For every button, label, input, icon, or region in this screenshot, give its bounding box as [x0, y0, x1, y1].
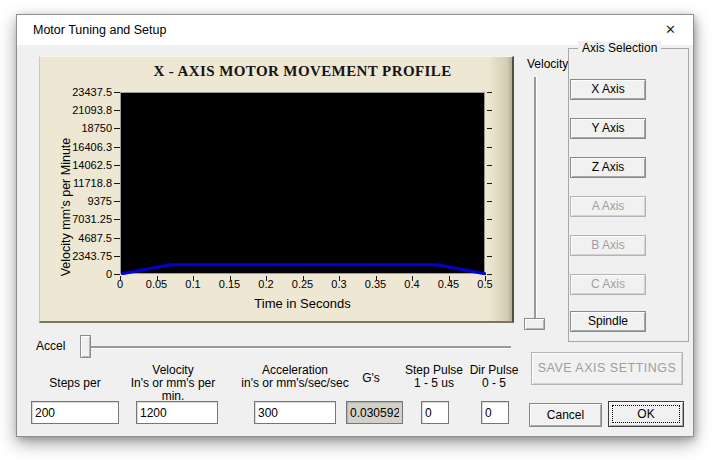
velocity-slider-track[interactable]: [534, 77, 536, 324]
y-tick-mark-right: [487, 92, 492, 93]
gs-readout: [346, 401, 403, 424]
x-tick-mark: [412, 276, 413, 281]
y-tick-mark-right: [487, 165, 492, 166]
y-tick-mark-right: [487, 256, 492, 257]
y-tick-mark-right: [487, 183, 492, 184]
y-tick-label: 21093.8: [40, 104, 112, 116]
motor-tuning-dialog: Motor Tuning and Setup ✕ X - AXIS MOTOR …: [16, 14, 694, 437]
y-tick-label: 16406.3: [40, 141, 112, 153]
spindle-button[interactable]: Spindle: [570, 311, 646, 332]
y-tick-mark: [114, 128, 120, 129]
save-axis-settings-button[interactable]: SAVE AXIS SETTINGS: [531, 352, 683, 385]
ok-button[interactable]: OK: [608, 401, 684, 427]
y-tick-mark: [114, 165, 120, 166]
steps-per-input[interactable]: [31, 401, 119, 424]
accel-slider-label: Accel: [36, 339, 65, 353]
y-tick-label: 9375: [40, 195, 112, 207]
chart-panel: X - AXIS MOTOR MOVEMENT PROFILE Velocity…: [39, 56, 514, 323]
acceleration-label: Accelerationin's or mm's/sec/sec: [235, 364, 355, 390]
x-tick-mark: [157, 276, 158, 281]
x-tick-mark: [339, 276, 340, 281]
plot-area: [120, 92, 485, 274]
x-tick-mark: [485, 276, 486, 281]
accel-slider-thumb[interactable]: [80, 335, 91, 358]
y-tick-label: 7031.25: [40, 213, 112, 225]
y-tick-mark: [114, 274, 120, 275]
y-tick-mark-right: [487, 219, 492, 220]
y-tick-mark-right: [487, 128, 492, 129]
y-tick-mark-right: [487, 147, 492, 148]
y-tick-mark: [114, 256, 120, 257]
y-tick-mark: [114, 219, 120, 220]
y-tick-label: 11718.8: [40, 177, 112, 189]
velocity-slider-label: Velocity: [527, 57, 568, 71]
velocity-slider-thumb[interactable]: [524, 318, 545, 330]
x-tick-mark: [193, 276, 194, 281]
dir-pulse-input[interactable]: [481, 401, 509, 424]
y-tick-label: 2343.75: [40, 250, 112, 262]
y-tick-mark-right: [487, 110, 492, 111]
chart-title: X - AXIS MOTOR MOVEMENT PROFILE: [120, 63, 485, 80]
cancel-button[interactable]: Cancel: [529, 403, 602, 427]
y-tick-mark-right: [487, 274, 492, 275]
y-tick-label: 23437.5: [40, 86, 112, 98]
y-tick-mark: [114, 238, 120, 239]
y-tick-label: 4687.5: [40, 232, 112, 244]
steps-per-label: Steps per: [35, 377, 115, 390]
y-tick-mark-right: [487, 201, 492, 202]
x-axis-button[interactable]: X Axis: [570, 79, 646, 100]
c-axis-button: C Axis: [570, 274, 646, 295]
y-axis-button[interactable]: Y Axis: [570, 118, 646, 139]
x-tick-mark: [230, 276, 231, 281]
gs-label: G's: [351, 372, 391, 385]
acceleration-input[interactable]: [254, 401, 336, 424]
y-tick-label: 18750: [40, 122, 112, 134]
y-tick-label: 14062.5: [40, 159, 112, 171]
x-tick-mark: [449, 276, 450, 281]
velocity-input[interactable]: [136, 401, 218, 424]
y-tick-mark: [114, 147, 120, 148]
x-tick-mark: [120, 276, 121, 281]
velocity-label: VelocityIn's or mm's per min.: [118, 364, 228, 403]
z-axis-button[interactable]: Z Axis: [570, 157, 646, 178]
y-tick-mark: [114, 110, 120, 111]
y-tick-mark-right: [487, 238, 492, 239]
x-axis-label: Time in Seconds: [120, 296, 485, 311]
x-tick-mark: [266, 276, 267, 281]
dir-pulse-label: Dir Pulse0 - 5: [459, 364, 529, 390]
y-tick-mark: [114, 183, 120, 184]
x-tick-mark: [376, 276, 377, 281]
a-axis-button: A Axis: [570, 196, 646, 217]
y-tick-mark: [114, 201, 120, 202]
axis-selection-title: Axis Selection: [578, 41, 661, 55]
b-axis-button: B Axis: [570, 235, 646, 256]
accel-slider-track[interactable]: [86, 346, 511, 348]
y-tick-mark: [114, 92, 120, 93]
velocity-profile-curve: [121, 93, 486, 275]
x-tick-mark: [303, 276, 304, 281]
step-pulse-input[interactable]: [421, 401, 449, 424]
window-title: Motor Tuning and Setup: [33, 15, 166, 45]
